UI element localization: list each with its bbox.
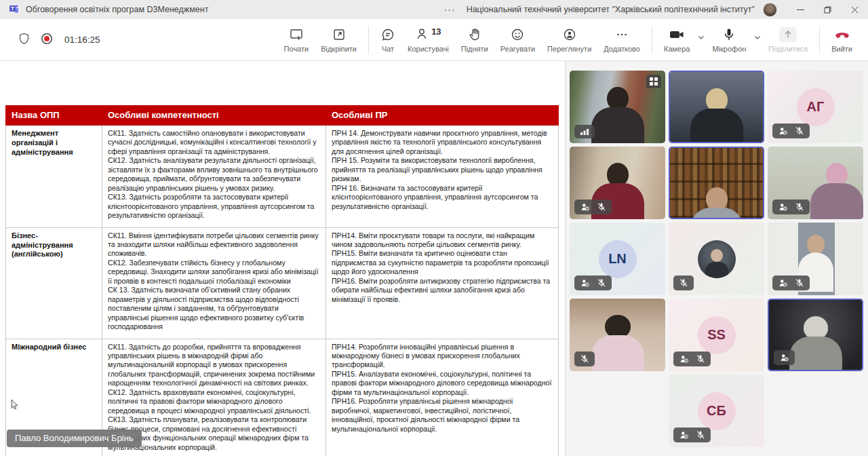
view-person-icon (562, 27, 577, 42)
tile-status-badges (772, 276, 810, 290)
security-shield-icon[interactable] (18, 32, 31, 48)
unpin-icon (332, 27, 347, 42)
restore-button[interactable] (814, 0, 841, 19)
tile-status-badges (673, 352, 711, 366)
tile-status-badges (772, 200, 810, 214)
opp-name-cell: Менеджмент організацій і адміністрування (6, 126, 102, 228)
outcomes-cell: ПРН14. Розробляти інноваційні управлінсь… (326, 339, 559, 456)
participant-video (670, 72, 763, 142)
avatar-initials: СБ (707, 403, 726, 419)
attendee-icon (779, 353, 789, 362)
participant-tile[interactable] (768, 147, 863, 219)
mic-off-icon (795, 278, 804, 288)
participant-tile[interactable] (768, 299, 863, 371)
tile-status-badges (774, 350, 795, 365)
chat-button[interactable]: Чат (374, 24, 401, 56)
tile-status-badges (574, 200, 612, 214)
competencies-cell: СК11. Здатність самостійно опановувати і… (102, 126, 326, 228)
participant-tile[interactable] (669, 223, 764, 295)
present-screen-icon (289, 27, 304, 42)
toolbar-divider (652, 26, 652, 54)
avatar-initials: LN (608, 251, 627, 267)
hang-up-icon (834, 27, 850, 42)
attendee-icon (580, 278, 590, 288)
tile-status-badges (772, 124, 810, 138)
header-cell-name: Назва ОПП (6, 106, 102, 126)
presenter-name-label: Павло Володимирович Брінь (7, 430, 142, 447)
gallery-grid-icon[interactable] (646, 75, 661, 88)
participant-tile[interactable]: АГ (768, 71, 863, 143)
outcomes-cell: ПРН 14. Демонструвати навички проєктного… (326, 126, 559, 228)
recording-indicator-icon (41, 33, 53, 48)
avatar: СБ (698, 392, 736, 430)
participant-video (670, 148, 763, 218)
avatar: АГ (797, 88, 835, 126)
attendee-icon (778, 278, 788, 288)
avatar: SS (698, 316, 736, 354)
participant-tile[interactable] (570, 71, 665, 143)
participant-tile[interactable]: SS (669, 299, 764, 371)
avatar-initials: АГ (807, 99, 825, 115)
chat-icon (380, 27, 395, 42)
participant-tile[interactable] (768, 223, 863, 295)
participant-tile[interactable] (669, 147, 764, 219)
header-cell-outcomes: Особливі ПР (326, 106, 559, 126)
attendee-icon (778, 202, 788, 212)
tile-status-badges (574, 125, 595, 138)
participant-tile[interactable] (570, 147, 665, 219)
share-button: Поділитися (762, 24, 814, 56)
titlebar-overflow-menu[interactable]: ··· (441, 4, 458, 15)
competencies-cell: СК11. Вміння ідентифікувати потреби ціль… (102, 227, 326, 339)
table-header-row: Назва ОПП Особливі компетентності Особли… (6, 106, 559, 126)
microphone-button[interactable]: Мікрофон (706, 24, 752, 56)
mic-off-icon (696, 430, 705, 440)
opp-table: Назва ОПП Особливі компетентності Особли… (5, 105, 559, 456)
react-button[interactable]: Реагувати (494, 24, 541, 56)
leave-button[interactable]: Вийти (825, 24, 859, 56)
mic-off-icon (597, 278, 606, 288)
attendee-icon (679, 430, 689, 440)
meeting-title: Обговорення освітніх програм D3Менеджмен… (26, 5, 208, 14)
meeting-toolbar: 01:16:25 Почати Відкріпити Чат (0, 19, 868, 61)
table-row: Менеджмент організацій і адміністрування… (6, 126, 559, 228)
opp-name-cell: Бізнес-адміністрування (англійською) (6, 227, 102, 339)
minimize-button[interactable] (787, 0, 814, 19)
smiley-icon (510, 27, 525, 42)
participant-tile[interactable] (570, 299, 665, 371)
user-avatar[interactable] (763, 3, 777, 17)
attendee-icon (778, 126, 788, 136)
camera-button[interactable]: Камера (658, 24, 696, 56)
toolbar-divider (819, 26, 820, 54)
unpin-button[interactable]: Відкріпити (315, 24, 363, 56)
camera-icon (669, 27, 685, 42)
participant-tile[interactable]: LN (570, 223, 665, 295)
start-presenting-button[interactable]: Почати (278, 24, 315, 56)
camera-options-chevron-icon[interactable] (698, 31, 705, 43)
teams-logo-icon (9, 3, 20, 16)
avatar: LN (599, 240, 637, 278)
shared-screen-stage: Назва ОПП Особливі компетентності Особли… (0, 61, 566, 456)
participant-tile[interactable] (669, 71, 764, 143)
mic-off-icon (679, 278, 688, 288)
more-button[interactable]: Додатково (597, 24, 646, 56)
raise-hand-icon (467, 27, 482, 42)
mic-off-icon (597, 202, 606, 212)
window-titlebar: Обговорення освітніх програм D3Менеджмен… (0, 0, 868, 19)
close-button[interactable] (841, 0, 868, 19)
avatar-initials: SS (707, 327, 726, 343)
view-button[interactable]: Переглянути (541, 24, 597, 56)
header-cell-competencies: Особливі компетентності (102, 106, 326, 126)
participant-tile[interactable]: СБ (669, 375, 764, 447)
avatar (698, 240, 736, 278)
microphone-icon (722, 27, 736, 42)
raise-hand-button[interactable]: Підняти (455, 24, 494, 56)
microphone-options-chevron-icon[interactable] (754, 31, 761, 43)
toolbar-divider (368, 26, 369, 54)
participant-grid: АГLNSSСБ (566, 61, 868, 456)
participant-count-badge: 13 (431, 26, 441, 37)
participants-button[interactable]: 13 Користувачі (401, 24, 455, 56)
tile-status-badges (574, 276, 612, 290)
meeting-timer: 01:16:25 (64, 35, 100, 45)
mic-off-icon (795, 126, 804, 136)
people-icon (415, 26, 430, 43)
